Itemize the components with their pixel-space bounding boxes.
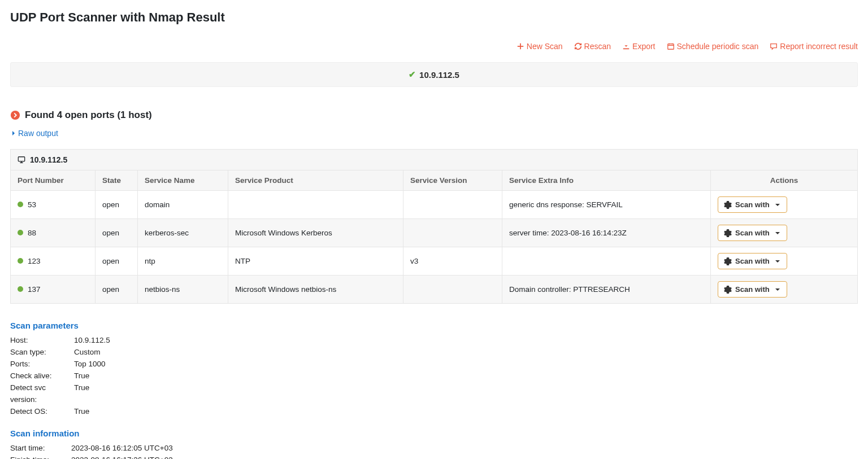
col-extra: Service Extra Info: [502, 171, 711, 191]
gear-icon: [724, 229, 732, 237]
comment-icon: [770, 42, 778, 50]
schedule-label: Schedule periodic scan: [677, 42, 759, 51]
kv-key: Check alive:: [10, 370, 70, 382]
kv-value: 10.9.112.5: [74, 335, 110, 347]
cell-service: kerberos-sec: [138, 219, 228, 247]
scan-with-label: Scan with: [735, 285, 770, 294]
scan-with-label: Scan with: [735, 257, 770, 265]
kv-row: Finish time:2023-08-16 16:17:36 UTC+03: [10, 454, 858, 459]
plus-icon: [517, 42, 524, 50]
cell-actions: Scan with: [711, 276, 858, 304]
svg-point-1: [11, 111, 20, 120]
cell-product: Microsoft Windows netbios-ns: [228, 276, 403, 304]
scan-parameters-title: Scan parameters: [10, 321, 858, 330]
cell-state: open: [96, 219, 138, 247]
svg-rect-2: [18, 157, 24, 161]
cell-version: [403, 191, 502, 219]
cell-state: open: [96, 247, 138, 276]
kv-row: Ports:Top 1000: [10, 359, 858, 370]
arrow-right-circle-icon: [10, 110, 20, 120]
cell-version: [403, 276, 502, 304]
kv-value: 2023-08-16 16:12:05 UTC+03: [71, 443, 173, 454]
rescan-label: Rescan: [584, 42, 611, 51]
report-label: Report incorrect result: [780, 42, 858, 51]
cell-service: netbios-ns: [138, 276, 228, 304]
kv-value: True: [74, 370, 89, 382]
chevron-down-icon: [774, 286, 781, 293]
kv-value: True: [74, 406, 89, 418]
kv-key: Start time:: [10, 443, 67, 454]
chevron-down-icon: [774, 258, 781, 265]
col-state: State: [96, 171, 138, 191]
raw-output-toggle[interactable]: Raw output: [10, 129, 58, 138]
export-label: Export: [632, 42, 655, 51]
calendar-icon: [667, 42, 675, 50]
cell-port: 137: [11, 276, 96, 304]
host-header: 10.9.112.5: [10, 149, 858, 170]
check-icon: ✔: [409, 69, 416, 80]
port-value: 53: [28, 200, 36, 209]
scan-with-button[interactable]: Scan with: [718, 225, 787, 241]
schedule-button[interactable]: Schedule periodic scan: [667, 42, 759, 51]
table-row: 88openkerberos-secMicrosoft Windows Kerb…: [11, 219, 858, 247]
cell-port: 53: [11, 191, 96, 219]
cell-state: open: [96, 276, 138, 304]
rescan-button[interactable]: Rescan: [574, 42, 611, 51]
cell-product: Microsoft Windows Kerberos: [228, 219, 403, 247]
gear-icon: [724, 201, 732, 209]
target-banner: ✔ 10.9.112.5: [10, 62, 858, 87]
scan-with-button[interactable]: Scan with: [718, 281, 787, 298]
col-product: Service Product: [228, 171, 403, 191]
kv-row: Start time:2023-08-16 16:12:05 UTC+03: [10, 443, 858, 454]
cell-actions: Scan with: [711, 247, 858, 276]
port-value: 137: [28, 285, 41, 294]
status-dot-icon: [18, 286, 23, 292]
cell-extra: generic dns response: SERVFAIL: [502, 191, 711, 219]
scan-with-button[interactable]: Scan with: [718, 253, 787, 269]
table-row: 123openntpNTPv3Scan with: [11, 247, 858, 276]
port-value: 123: [28, 257, 41, 265]
kv-key: Detect OS:: [10, 406, 70, 418]
gear-icon: [724, 286, 732, 294]
col-service: Service Name: [138, 171, 228, 191]
report-button[interactable]: Report incorrect result: [770, 42, 858, 51]
status-dot-icon: [18, 202, 23, 207]
kv-value: Custom: [74, 347, 101, 359]
summary-text: Found 4 open ports (1 host): [25, 110, 152, 121]
scan-parameters-section: Scan parameters Host:10.9.112.5Scan type…: [10, 321, 858, 417]
kv-row: Host:10.9.112.5: [10, 335, 858, 347]
col-port: Port Number: [11, 171, 96, 191]
export-button[interactable]: Export: [622, 42, 655, 51]
table-row: 137opennetbios-nsMicrosoft Windows netbi…: [11, 276, 858, 304]
cell-extra: [502, 247, 711, 276]
cell-actions: Scan with: [711, 191, 858, 219]
cell-product: [228, 191, 403, 219]
scan-information-section: Scan information Start time:2023-08-16 1…: [10, 429, 858, 459]
kv-row: Scan type:Custom: [10, 347, 858, 359]
ports-table: Port Number State Service Name Service P…: [10, 170, 858, 304]
target-ip: 10.9.112.5: [419, 70, 459, 80]
kv-key: Detect svc version:: [10, 382, 70, 406]
chevron-down-icon: [774, 230, 781, 237]
summary-row: Found 4 open ports (1 host): [10, 110, 858, 121]
kv-value: Top 1000: [74, 359, 106, 370]
new-scan-button[interactable]: New Scan: [517, 42, 563, 51]
port-value: 88: [28, 229, 36, 237]
download-icon: [622, 42, 630, 50]
table-row: 53opendomaingeneric dns response: SERVFA…: [11, 191, 858, 219]
host-ip: 10.9.112.5: [30, 155, 67, 164]
cell-version: [403, 219, 502, 247]
cell-service: domain: [138, 191, 228, 219]
monitor-icon: [18, 156, 25, 164]
chevron-down-icon: [774, 202, 781, 208]
col-version: Service Version: [403, 171, 502, 191]
cell-version: v3: [403, 247, 502, 276]
status-dot-icon: [18, 230, 23, 235]
cell-service: ntp: [138, 247, 228, 276]
toolbar: New Scan Rescan Export Schedule periodic…: [10, 42, 858, 51]
kv-value: True: [74, 382, 89, 406]
cell-extra: Domain controller: PTTRESEARCH: [502, 276, 711, 304]
scan-with-button[interactable]: Scan with: [718, 196, 787, 213]
cell-state: open: [96, 191, 138, 219]
scan-with-label: Scan with: [735, 200, 770, 209]
